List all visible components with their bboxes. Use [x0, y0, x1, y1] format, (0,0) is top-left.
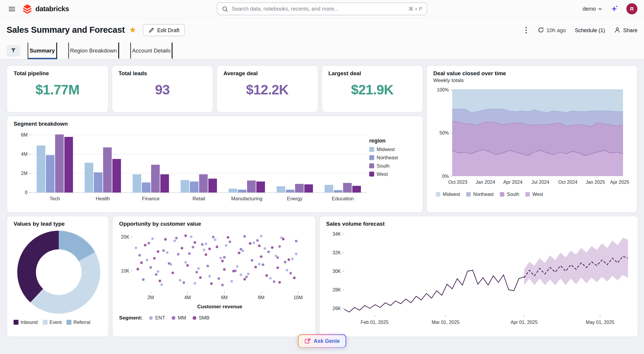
- legend-swatch: [500, 192, 504, 196]
- chart-subtitle: Weekly totals: [433, 78, 630, 83]
- top-navbar: databricks ⌘ + P demo R: [0, 0, 644, 18]
- right-column: Deal value closed over time Weekly total…: [426, 65, 637, 213]
- svg-text:26K: 26K: [333, 306, 341, 311]
- dashboard-header: Sales Summary and Forecast Edit Draft 10…: [0, 18, 644, 42]
- svg-text:Jan 2025: Jan 2025: [586, 180, 605, 185]
- legend-swatch: [369, 147, 374, 152]
- legend-label: South: [507, 192, 519, 197]
- legend-label: Northeast: [377, 155, 398, 160]
- legend-item-midwest: Midwest: [436, 192, 460, 197]
- share-label: Share: [623, 27, 637, 33]
- search-icon: [222, 6, 228, 12]
- legend-swatch: [14, 320, 19, 325]
- kpi-card-average-deal: Average deal $12.2K: [216, 65, 318, 112]
- filter-funnel-icon: [10, 47, 17, 53]
- svg-text:Oct 2023: Oct 2023: [448, 180, 468, 185]
- search-input[interactable]: [232, 6, 405, 12]
- svg-text:Apr 2025: Apr 2025: [610, 180, 629, 185]
- sparkle-icon: [610, 5, 618, 13]
- legend-label: MM: [178, 315, 186, 320]
- edit-draft-button[interactable]: Edit Draft: [143, 24, 185, 36]
- svg-text:Health: Health: [96, 196, 110, 201]
- svg-text:2M: 2M: [147, 295, 154, 300]
- bottom-row: Values by lead type InboundEventReferral…: [6, 216, 637, 337]
- refresh-button[interactable]: 10h ago: [537, 27, 566, 33]
- header-actions: 10h ago Schedule (1) Share: [524, 25, 638, 35]
- tab-account-details[interactable]: Account Details: [130, 42, 173, 59]
- avatar-initial: R: [630, 6, 634, 12]
- legend-item-ent: ENT: [149, 315, 165, 320]
- person-icon: [614, 27, 621, 33]
- assistant-sparkle-button[interactable]: [609, 3, 620, 14]
- databricks-logo[interactable]: databricks: [22, 4, 69, 14]
- user-avatar[interactable]: R: [626, 3, 638, 14]
- svg-text:Customer revenue: Customer revenue: [197, 304, 242, 309]
- region-legend-items: MidwestNortheastSouthWest: [369, 147, 413, 177]
- svg-text:10M: 10M: [293, 295, 303, 300]
- ask-genie-button[interactable]: Ask Genie: [298, 334, 346, 348]
- legend-swatch: [193, 316, 197, 320]
- favorite-star-button[interactable]: [129, 26, 136, 34]
- global-search[interactable]: ⌘ + P: [217, 2, 427, 15]
- legend-title: region: [369, 137, 413, 144]
- sales-forecast-line-chart: 26K28K30K32K34KFeb 01, 2025Mar 01, 2025A…: [326, 227, 631, 330]
- segment-breakdown-body: 02M4M6MTechHealthFinanceRetailManufactur…: [14, 128, 416, 205]
- chevron-down-icon: [598, 7, 602, 11]
- legend-swatch: [436, 192, 440, 196]
- kebab-icon: [525, 27, 527, 34]
- svg-text:Mar 01, 2025: Mar 01, 2025: [431, 320, 459, 325]
- share-button[interactable]: Share: [614, 27, 638, 33]
- lead-type-donut-chart: [14, 227, 103, 317]
- legend-label: Referral: [73, 320, 90, 325]
- segment-legend: Segment: ENTMMSMB: [119, 315, 309, 320]
- star-icon: [129, 26, 136, 34]
- legend-swatch: [525, 192, 530, 196]
- dashboard-content: Total pipeline $1.77M Total leads 93 Ave…: [0, 60, 644, 337]
- top-row: Total pipeline $1.77M Total leads 93 Ave…: [6, 65, 637, 213]
- legend-swatch: [66, 320, 71, 325]
- legend-item-referral: Referral: [66, 320, 90, 325]
- svg-text:Jul 2024: Jul 2024: [532, 180, 550, 185]
- workspace-name: demo: [583, 6, 596, 12]
- kpi-value: $12.2K: [223, 82, 311, 98]
- brand-name: databricks: [35, 5, 69, 13]
- workspace-switcher[interactable]: demo: [583, 6, 602, 12]
- tab-label: Account Details: [132, 47, 171, 54]
- page-title: Sales Summary and Forecast: [6, 25, 125, 35]
- chart-title: Sales volume forecast: [326, 221, 631, 227]
- opportunity-scatter-chart: 2M4M6M8M10M10K20KCustomer revenue: [119, 227, 310, 315]
- svg-text:0%: 0%: [442, 174, 449, 179]
- segment-legend-label: Segment:: [119, 315, 143, 320]
- legend-swatch: [149, 316, 153, 320]
- hamburger-menu-button[interactable]: [6, 4, 17, 14]
- svg-text:100%: 100%: [437, 87, 449, 92]
- dashboard-tabs: Summary Region Breakdown Account Details: [0, 42, 644, 60]
- filters-button[interactable]: [6, 45, 20, 56]
- last-refreshed-label: 10h ago: [547, 27, 566, 33]
- schedule-button[interactable]: Schedule (1): [575, 27, 605, 33]
- legend-label: Midwest: [443, 192, 460, 197]
- legend-label: Northeast: [473, 192, 493, 197]
- opportunity-by-customer-value-card: Opportunity by customer value 2M4M6M8M10…: [112, 216, 316, 337]
- deal-value-legend: MidwestNortheastSouthWest: [433, 192, 630, 197]
- lead-type-legend: InboundEventReferral: [14, 320, 102, 325]
- ask-genie-label: Ask Genie: [314, 338, 340, 344]
- svg-text:Education: Education: [332, 196, 354, 201]
- legend-label: SMB: [199, 315, 209, 320]
- pencil-icon: [148, 27, 154, 33]
- svg-text:28K: 28K: [333, 287, 341, 292]
- tab-region-breakdown[interactable]: Region Breakdown: [68, 42, 119, 59]
- region-legend: region MidwestNortheastSouthWest: [369, 128, 413, 205]
- svg-text:2M: 2M: [21, 171, 27, 176]
- deal-value-over-time-card: Deal value closed over time Weekly total…: [426, 65, 637, 213]
- svg-text:Finance: Finance: [142, 196, 159, 201]
- kpi-card-total-pipeline: Total pipeline $1.77M: [6, 65, 108, 112]
- svg-text:May 01, 2025: May 01, 2025: [586, 320, 614, 325]
- kpi-row: Total pipeline $1.77M Total leads 93 Ave…: [6, 65, 423, 112]
- svg-text:8M: 8M: [258, 295, 264, 300]
- overflow-menu-button[interactable]: [524, 25, 529, 35]
- chart-title: Opportunity by customer value: [119, 221, 309, 227]
- svg-text:Feb 01, 2025: Feb 01, 2025: [361, 320, 388, 325]
- tab-summary[interactable]: Summary: [27, 42, 57, 59]
- svg-text:6M: 6M: [221, 295, 228, 300]
